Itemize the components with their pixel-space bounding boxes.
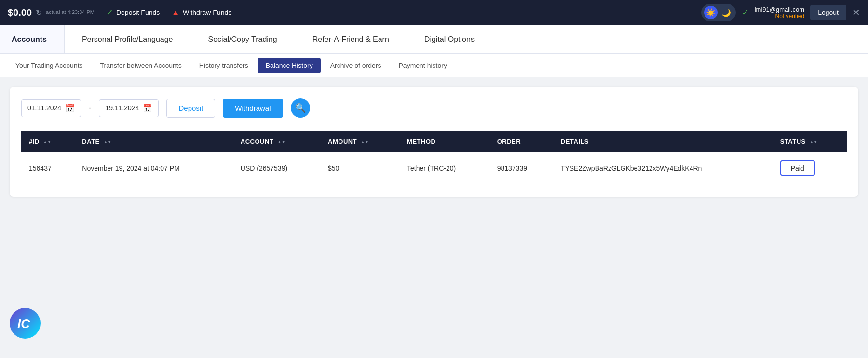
cell-details: TYSE2ZwpBaRzGLGKbe3212x5Wy4EdkK4Rn <box>553 152 773 185</box>
cell-order: 98137339 <box>489 152 553 185</box>
th-method: METHOD <box>399 131 489 152</box>
balance-display: $0.00 ↻ actual at 4:23:34 PM <box>8 7 95 18</box>
deposit-label: Deposit Funds <box>116 9 160 16</box>
deposit-filter-button[interactable]: Deposit <box>166 99 215 118</box>
th-account[interactable]: ACCOUNT ▲▼ <box>233 131 320 152</box>
date-to-value: 19.11.2024 <box>105 104 139 112</box>
date-from-input[interactable]: 01.11.2024 📅 <box>21 99 81 117</box>
th-date[interactable]: DATE ▲▼ <box>74 131 232 152</box>
theme-toggle[interactable]: ☀️ 🌙 <box>701 4 736 21</box>
cell-date: November 19, 2024 at 04:07 PM <box>74 152 232 185</box>
subnav-payment-history[interactable]: Payment history <box>391 58 455 73</box>
sort-id-icon: ▲▼ <box>43 140 52 144</box>
nav-item-digital-options[interactable]: Digital Options <box>407 25 492 53</box>
subnav-trading-accounts[interactable]: Your Trading Accounts <box>8 58 91 73</box>
subnav-history-transfers[interactable]: History transfers <box>191 58 256 73</box>
calendar-from-icon[interactable]: 📅 <box>65 104 75 113</box>
balance-history-table-wrap: #ID ▲▼ DATE ▲▼ ACCOUNT ▲▼ AMOUNT <box>21 131 847 185</box>
deposit-action[interactable]: ✓ Deposit Funds <box>106 7 160 18</box>
svg-text:IC: IC <box>17 317 30 331</box>
balance-amount: $0.00 <box>8 7 32 18</box>
brand-logo: IC <box>10 308 41 339</box>
th-status[interactable]: STATUS ▲▼ <box>773 131 847 152</box>
topbar: $0.00 ↻ actual at 4:23:34 PM ✓ Deposit F… <box>0 0 868 25</box>
table-header-row: #ID ▲▼ DATE ▲▼ ACCOUNT ▲▼ AMOUNT <box>21 131 847 152</box>
withdraw-label: Withdraw Funds <box>183 9 231 16</box>
cell-amount: $50 <box>320 152 399 185</box>
light-theme-btn[interactable]: ☀️ <box>704 6 718 19</box>
status-badge: Paid <box>780 160 815 176</box>
nav-item-social-copy[interactable]: Social/Copy Trading <box>190 25 295 53</box>
logout-button[interactable]: Logout <box>810 5 846 20</box>
cell-account: USD (2657539) <box>233 152 320 185</box>
table-row: 156437November 19, 2024 at 04:07 PMUSD (… <box>21 152 847 185</box>
verify-status: imi91@gmail.com Not verified <box>755 6 805 20</box>
calendar-to-icon[interactable]: 📅 <box>143 104 152 113</box>
sort-date-icon: ▲▼ <box>104 140 112 144</box>
th-amount[interactable]: AMOUNT ▲▼ <box>320 131 399 152</box>
withdraw-action[interactable]: ▲ Withdraw Funds <box>171 8 231 18</box>
withdraw-arrow-icon: ▲ <box>171 8 180 18</box>
dark-theme-btn[interactable]: 🌙 <box>719 6 733 19</box>
cell-method: Tether (TRC-20) <box>399 152 489 185</box>
refresh-icon[interactable]: ↻ <box>36 8 42 17</box>
verify-check-icon: ✓ <box>742 7 749 18</box>
main-content: 01.11.2024 📅 - 19.11.2024 📅 Deposit With… <box>0 77 868 358</box>
cell-status: Paid <box>773 152 847 185</box>
sort-amount-icon: ▲▼ <box>361 140 369 144</box>
date-to-input[interactable]: 19.11.2024 📅 <box>99 99 159 117</box>
nav-item-refer-friend[interactable]: Refer-A-Friend & Earn <box>295 25 407 53</box>
subnav-balance-history[interactable]: Balance History <box>258 58 321 73</box>
date-from-value: 01.11.2024 <box>27 104 61 112</box>
subnav-archive-orders[interactable]: Archive of orders <box>323 58 389 73</box>
nav-item-personal-profile[interactable]: Personal Profile/Language <box>65 25 191 53</box>
search-button[interactable]: 🔍 <box>291 98 310 118</box>
deposit-check-icon: ✓ <box>106 7 113 18</box>
sort-status-icon: ▲▼ <box>810 140 818 144</box>
cell-id: 156437 <box>21 152 74 185</box>
user-email: imi91@gmail.com <box>755 6 805 13</box>
nav-item-accounts[interactable]: Accounts <box>0 25 65 53</box>
main-nav: Accounts Personal Profile/Language Socia… <box>0 25 868 54</box>
subnav-transfer[interactable]: Transfer between Accounts <box>93 58 190 73</box>
th-id[interactable]: #ID ▲▼ <box>21 131 74 152</box>
search-icon: 🔍 <box>295 103 306 113</box>
topbar-right: ☀️ 🌙 ✓ imi91@gmail.com Not verified Logo… <box>701 4 860 21</box>
withdrawal-filter-button[interactable]: Withdrawal <box>223 99 283 118</box>
close-button[interactable]: ✕ <box>852 7 860 18</box>
date-separator: - <box>89 104 91 112</box>
not-verified-label: Not verified <box>775 13 804 20</box>
sort-account-icon: ▲▼ <box>277 140 285 144</box>
balance-history-table: #ID ▲▼ DATE ▲▼ ACCOUNT ▲▼ AMOUNT <box>21 131 847 185</box>
balance-history-card: 01.11.2024 📅 - 19.11.2024 📅 Deposit With… <box>10 87 858 197</box>
balance-actual: actual at 4:23:34 PM <box>46 9 95 15</box>
subnav: Your Trading Accounts Transfer between A… <box>0 54 868 77</box>
filter-row: 01.11.2024 📅 - 19.11.2024 📅 Deposit With… <box>21 98 847 118</box>
th-order: ORDER <box>489 131 553 152</box>
th-details: DETAILS <box>553 131 773 152</box>
